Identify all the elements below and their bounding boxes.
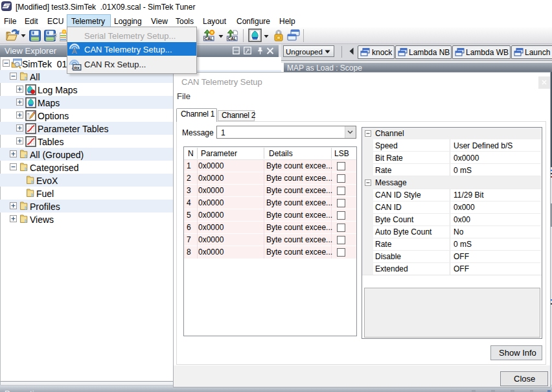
svg-text:CAL: CAL [228, 36, 236, 41]
svg-text:?: ? [52, 32, 57, 41]
svg-text:CAL: CAL [205, 36, 213, 41]
svg-text:RX: RX [74, 65, 80, 70]
